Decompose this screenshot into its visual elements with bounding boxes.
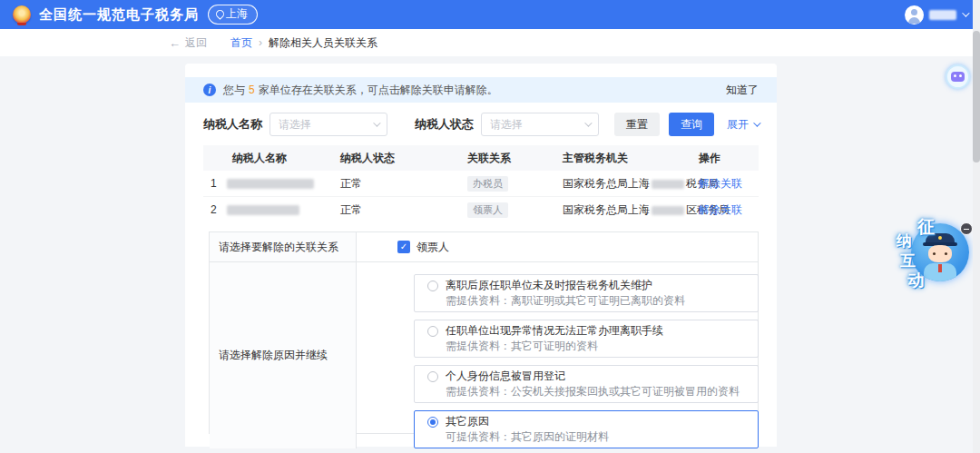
mascot-hat-badge (938, 236, 942, 240)
option-desc: 可提供资料：其它原因的证明材料 (446, 430, 609, 444)
avatar (905, 5, 924, 25)
reason-options: 离职后原任职单位未及时报告税务机关维护 需提供资料：离职证明或其它可证明已离职的… (357, 262, 759, 448)
query-button[interactable]: 查询 (669, 113, 714, 136)
taxpayer-status: 正常 (340, 171, 362, 197)
taxpayer-name-redacted (227, 179, 314, 189)
tax-authority: 国家税务总局上海 税务局 (563, 171, 719, 197)
notice-text-suffix: 家单位存在关联关系，可点击解除关联申请解除。 (259, 83, 498, 98)
row-index: 2 (211, 197, 217, 223)
expand-toggle[interactable]: 展开 (727, 117, 759, 133)
authority-prefix: 国家税务总局上海 (563, 176, 650, 192)
authority-redacted (652, 180, 684, 189)
relations-table: 纳税人名称 纳税人状态 关联关系 主管税务机关 操作 1 正常 办税员 国家税务… (203, 145, 759, 223)
app-title: 全国统一规范电子税务局 (39, 6, 199, 24)
user-name-redacted (929, 10, 956, 20)
back-arrow-icon: ← (169, 36, 181, 50)
col-header-status: 纳税人状态 (340, 145, 395, 171)
taxpayer-status-placeholder: 请选择 (490, 117, 523, 133)
remove-relation-link[interactable]: 解除关联 (699, 197, 742, 223)
option-desc: 需提供资料：公安机关接报案回执或其它可证明被冒用的资料 (446, 385, 740, 399)
notice-count: 5 (249, 84, 255, 96)
relation-notice-banner: i 您与 5 家单位存在关联关系，可点击解除关联申请解除。 知道了 (185, 77, 777, 103)
chevron-down-icon (373, 119, 380, 126)
avatar-head (911, 9, 917, 15)
option-title: 任职单位出现异常情况无法正常办理离职手续 (446, 324, 663, 338)
location-pin-icon (215, 10, 223, 18)
app-header: 全国统一规范电子税务局 上海 (0, 0, 980, 29)
taxpayer-status-label: 纳税人状态 (415, 116, 474, 133)
radio-unchecked-icon (427, 371, 438, 382)
reason-option-other[interactable]: 其它原因 可提供资料：其它原因的证明材料 (414, 410, 759, 448)
option-title: 个人身份信息被冒用登记 (446, 369, 740, 383)
relation-checkbox-label: 领票人 (416, 240, 449, 255)
filter-row: 纳税人名称 请选择 纳税人状态 请选择 重置 查询 展开 (203, 113, 759, 136)
relation-select-content: 领票人 (357, 232, 759, 262)
relation-badge: 领票人 (467, 202, 508, 218)
table-row: 1 正常 办税员 国家税务总局上海 税务局 解除关联 (203, 171, 759, 197)
authority-prefix: 国家税务总局上海 (563, 202, 650, 218)
reason-option-employer-abnormal[interactable]: 任职单位出现异常情况无法正常办理离职手续 需提供资料：其它可证明的资料 (414, 320, 759, 358)
taxpayer-name-select[interactable]: 请选择 (270, 113, 387, 136)
mascot-face (928, 245, 952, 262)
taxpayer-status-select[interactable]: 请选择 (481, 113, 599, 136)
taxpayer-status: 正常 (340, 197, 362, 223)
notice-text-prefix: 您与 (223, 83, 245, 98)
remove-relation-link[interactable]: 解除关联 (699, 171, 742, 197)
user-menu[interactable] (905, 5, 967, 25)
ai-assistant-button[interactable] (946, 64, 970, 89)
back-label: 返回 (185, 35, 207, 51)
option-title: 其它原因 (446, 415, 609, 428)
table-row: 2 正常 领票人 国家税务总局上海 区税务局 解除关联 (203, 197, 759, 223)
mascot-tie (938, 264, 942, 272)
authority-redacted (652, 206, 684, 215)
expand-label: 展开 (727, 117, 749, 133)
chevron-down-icon (962, 9, 969, 16)
reason-option-resigned-not-reported[interactable]: 离职后原任职单位未及时报告税务机关维护 需提供资料：离职证明或其它可证明已离职的… (414, 274, 759, 312)
scrollbar-thumb[interactable] (973, 31, 980, 162)
row-index: 1 (211, 171, 217, 197)
mascot-char: 动 (907, 270, 924, 291)
avatar-shoulders (908, 17, 920, 24)
radio-checked-icon (427, 417, 438, 428)
mascot-char: 纳 (897, 231, 912, 251)
reason-select-label: 请选择解除原因并继续 (210, 262, 357, 448)
relation-select-label: 请选择要解除的关联关系 (210, 232, 357, 262)
taxpayer-name-redacted (227, 205, 299, 215)
reason-option-identity-misused[interactable]: 个人身份信息被冒用登记 需提供资料：公安机关接报案回执或其它可证明被冒用的资料 (414, 365, 759, 403)
option-desc: 需提供资料：离职证明或其它可证明已离职的资料 (446, 294, 685, 308)
taxpayer-name-label: 纳税人名称 (203, 116, 262, 133)
radio-unchecked-icon (427, 326, 438, 337)
option-desc: 需提供资料：其它可证明的资料 (446, 340, 663, 353)
info-icon: i (203, 84, 216, 96)
remove-relation-form: 请选择要解除的关联关系 领票人 请选择解除原因并继续 离职后原任职单位未及时报告… (209, 231, 759, 434)
chevron-down-icon (753, 119, 760, 126)
mascot-char: 征 (917, 215, 935, 239)
table-header-row: 纳税人名称 纳税人状态 关联关系 主管税务机关 操作 (203, 145, 759, 171)
checkbox-checked-icon[interactable] (397, 241, 410, 253)
tax-emblem-logo (13, 5, 31, 24)
location-label: 上海 (226, 6, 248, 22)
main-content-card: i 您与 5 家单位存在关联关系，可点击解除关联申请解除。 知道了 纳税人名称 … (185, 64, 777, 447)
chevron-down-icon (584, 119, 592, 126)
reset-button[interactable]: 重置 (614, 113, 660, 136)
breadcrumb-home-link[interactable]: 首页 (230, 35, 252, 51)
vertical-scrollbar (973, 0, 980, 453)
mascot-char: 互 (900, 251, 916, 271)
filter-buttons: 重置 查询 展开 (614, 113, 759, 136)
location-selector[interactable]: 上海 (208, 5, 258, 25)
minimize-widget-button[interactable] (960, 222, 973, 235)
col-header-relation: 关联关系 (467, 145, 511, 171)
notice-dismiss-button[interactable]: 知道了 (726, 83, 759, 98)
col-header-name: 纳税人名称 (232, 145, 287, 171)
relation-badge: 办税员 (467, 176, 508, 192)
option-title: 离职后原任职单位未及时报告税务机关维护 (446, 279, 685, 292)
back-button[interactable]: ← 返回 (169, 35, 207, 51)
robot-face-icon (951, 72, 965, 82)
breadcrumb: ← 返回 首页 › 解除相关人员关联关系 (0, 29, 980, 56)
col-header-action: 操作 (699, 145, 720, 171)
col-header-authority: 主管税务机关 (563, 145, 628, 171)
taxpayer-name-placeholder: 请选择 (279, 117, 311, 133)
breadcrumb-separator: › (259, 36, 262, 49)
breadcrumb-current: 解除相关人员关联关系 (269, 35, 377, 51)
radio-unchecked-icon (427, 281, 438, 291)
